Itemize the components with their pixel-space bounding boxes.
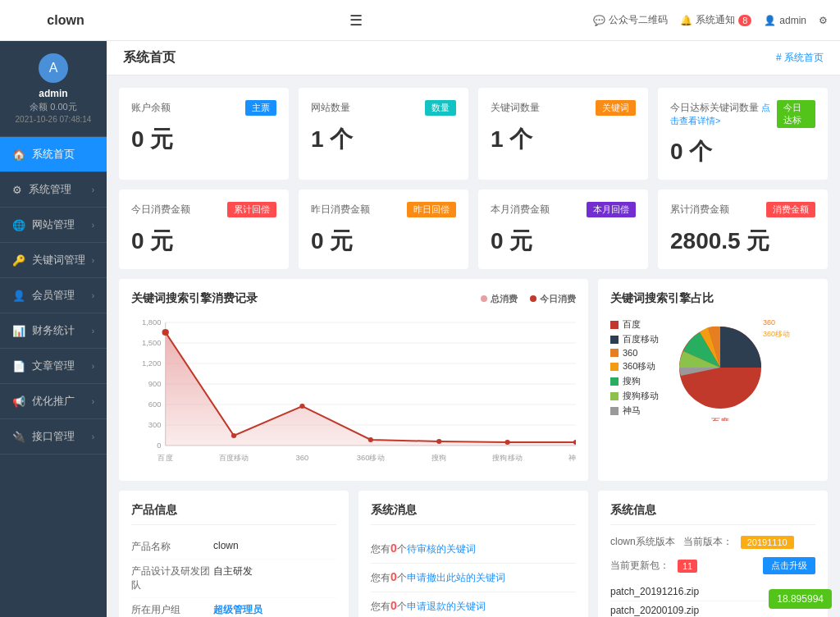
gear-icon: ⚙ (819, 15, 828, 26)
settings-button[interactable]: ⚙ (819, 15, 828, 26)
svg-point-18 (299, 404, 304, 409)
sidebar-item-articles[interactable]: 📄 文章管理 › (0, 349, 107, 384)
chart-title-text: 关键词搜索引擎消费记录 (131, 291, 258, 306)
msg-link-3[interactable]: 申请退款的关键词 (407, 601, 486, 612)
svg-point-20 (436, 439, 441, 444)
keyword-icon: 🔑 (12, 254, 25, 267)
breadcrumb-home[interactable]: # 系统首页 (776, 52, 824, 63)
pie-color-baidu (610, 321, 619, 329)
bell-icon: 🔔 (680, 15, 692, 26)
sidebar-item-api[interactable]: 🔌 接口管理 › (0, 419, 107, 455)
legend-dot-total (481, 295, 487, 302)
stat-balance: 账户余额 主票 0 元 (119, 88, 289, 180)
stat-badge-websites: 数量 (425, 100, 456, 116)
stat-badge-balance: 主票 (245, 100, 276, 116)
svg-text:1,200: 1,200 (142, 359, 161, 368)
pie-chart-card: 关键词搜索引擎占比 百度 百度移动 360 360移动 搜狗 搜狗移动 神马 (598, 279, 828, 481)
pie-color-360mob (610, 363, 619, 371)
website-icon: 🌐 (12, 219, 25, 231)
svg-point-17 (231, 433, 236, 438)
pie-color-sougouMob (610, 392, 619, 400)
update-button[interactable]: 点击升级 (763, 557, 815, 574)
svg-text:600: 600 (148, 400, 162, 409)
content-area: 账户余额 主票 0 元 网站数量 数量 1 个 关键词数量 关键词 (107, 75, 840, 617)
sidebar-item-system[interactable]: ⚙ 系统管理 › (0, 172, 107, 208)
svg-text:搜狗: 搜狗 (431, 454, 446, 462)
stat-yesterday-cost: 昨日消费金额 昨日回偿 0 元 (299, 190, 468, 269)
avatar: A (39, 53, 68, 83)
today-kw-link[interactable]: 点击查看详情> (670, 103, 770, 126)
pie-color-360 (610, 349, 619, 357)
stat-value-balance: 0 元 (131, 124, 276, 155)
svg-text:900: 900 (148, 380, 162, 388)
area-chart-svg: 1,800 1,500 1,200 900 600 300 0 (131, 314, 576, 466)
stat-websites: 网站数量 数量 1 个 (299, 88, 468, 180)
svg-point-19 (368, 437, 373, 442)
chevron-icon5: › (92, 327, 94, 336)
sidebar: A admin 余额 0.00元 2021-10-26 07:48:14 🏠 系… (0, 41, 107, 617)
info-row-name: 产品名称 clown (131, 535, 336, 560)
system-notify-button[interactable]: 🔔 系统通知 8 (680, 13, 751, 27)
float-button[interactable]: 18.895994 (769, 589, 832, 609)
sidebar-item-members[interactable]: 👤 会员管理 › (0, 278, 107, 313)
area-chart-card: 关键词搜索引擎消费记录 总消费 今日消费 (119, 279, 588, 481)
info-row-group: 所在用户组 超级管理员 (131, 598, 336, 617)
wechat-qr-button[interactable]: 💬 公众号二维码 (593, 13, 668, 27)
user-balance: 余额 0.00元 (30, 101, 76, 113)
chart-section: 关键词搜索引擎消费记录 总消费 今日消费 (119, 279, 828, 481)
bottom-section: 产品信息 产品名称 clown 产品设计及研发团队 自主研发 所在用户组 超级管… (119, 491, 828, 617)
chart-legend: 总消费 今日消费 (481, 293, 576, 305)
stat-today-cost: 今日消费金额 累计回偿 0 元 (119, 190, 289, 269)
sidebar-user: A admin 余额 0.00元 2021-10-26 07:48:14 (0, 41, 107, 137)
pie-baidumob (720, 327, 761, 368)
msg-item-3: 您有0个申请退款的关键词 (371, 592, 576, 617)
svg-text:1,500: 1,500 (142, 339, 161, 347)
sidebar-item-website[interactable]: 🌐 网站管理 › (0, 208, 107, 243)
system-icon: ⚙ (12, 184, 22, 196)
legend-dot-today (530, 295, 536, 302)
pie-legend: 百度 百度移动 360 360移动 搜狗 搜狗移动 神马 (610, 318, 659, 419)
svg-text:360: 360 (296, 454, 309, 462)
sidebar-item-keywords[interactable]: 🔑 关键词管理 › (0, 243, 107, 278)
svg-text:百度: 百度 (158, 454, 173, 462)
msg-item-1: 您有0个待审核的关键词 (371, 535, 576, 564)
article-icon: 📄 (12, 360, 25, 372)
legend-today: 今日消费 (530, 293, 576, 305)
stat-value-yesterday-cost: 0 元 (311, 226, 456, 257)
pie-color-baidumob (610, 336, 619, 344)
user-time: 2021-10-26 07:48:14 (16, 115, 92, 124)
svg-marker-15 (166, 332, 576, 446)
finance-icon: 📊 (12, 325, 25, 337)
breadcrumb-bar: 系统首页 # 系统首页 (107, 41, 840, 75)
sidebar-item-home[interactable]: 🏠 系统首页 (0, 137, 107, 172)
svg-text:百度移动: 百度移动 (219, 454, 249, 462)
admin-user-button[interactable]: 👤 admin (764, 15, 806, 26)
breadcrumb: # 系统首页 (776, 51, 824, 65)
chevron-icon3: › (92, 256, 94, 265)
system-messages-title: 系统消息 (371, 503, 576, 525)
hamburger-icon[interactable]: ☰ (349, 11, 363, 30)
stat-badge-today-kw: 今日达标 (777, 100, 815, 128)
stats-row-1: 账户余额 主票 0 元 网站数量 数量 1 个 关键词数量 关键词 (119, 88, 828, 180)
svg-text:1,800: 1,800 (142, 318, 161, 327)
product-info-title: 产品信息 (131, 503, 336, 525)
home-icon: 🏠 (12, 149, 25, 161)
msg-link-1[interactable]: 待审核的关键词 (407, 543, 476, 555)
page-title: 系统首页 (123, 49, 176, 66)
sidebar-menu: 🏠 系统首页 ⚙ 系统管理 › 🌐 网站管理 › � (0, 137, 107, 455)
promo-icon: 📢 (12, 395, 25, 408)
topbar-right: 💬 公众号二维码 🔔 系统通知 8 👤 admin ⚙ (593, 13, 828, 27)
user-group-link[interactable]: 超级管理员 (213, 603, 262, 617)
svg-text:神马: 神马 (568, 454, 576, 462)
area-chart-container: 1,800 1,500 1,200 900 600 300 0 (131, 314, 576, 468)
stats-row-2: 今日消费金额 累计回偿 0 元 昨日消费金额 昨日回偿 0 元 本月消费金额 本 (119, 190, 828, 269)
stat-month-cost: 本月消费金额 本月回偿 0 元 (478, 190, 648, 269)
sidebar-item-promotion[interactable]: 📢 优化推广 › (0, 384, 107, 419)
member-icon: 👤 (12, 290, 25, 302)
sidebar-item-finance[interactable]: 📊 财务统计 › (0, 313, 107, 349)
svg-point-16 (162, 329, 169, 336)
product-info-card: 产品信息 产品名称 clown 产品设计及研发团队 自主研发 所在用户组 超级管… (119, 491, 349, 617)
stat-value-total-cost: 2800.5 元 (670, 226, 815, 257)
stat-badge-keywords: 关键词 (596, 100, 636, 116)
msg-link-2[interactable]: 申请撤出此站的关键词 (407, 572, 505, 583)
